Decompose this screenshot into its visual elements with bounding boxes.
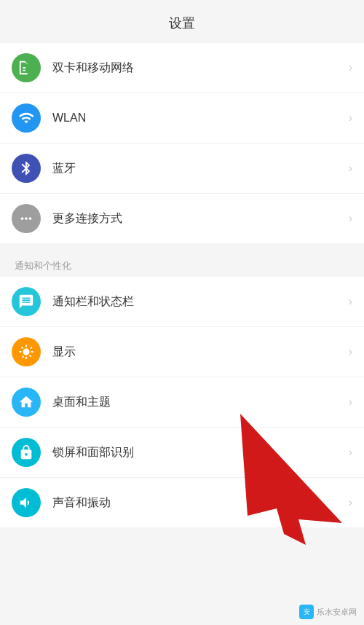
more-connections-label: 更多连接方式 bbox=[52, 211, 343, 227]
settings-item-desktop-theme[interactable]: 桌面和主题 › bbox=[0, 377, 364, 428]
settings-item-notification-bar[interactable]: 通知栏和状态栏 › bbox=[0, 277, 364, 327]
settings-item-wlan[interactable]: WLAN › bbox=[0, 93, 364, 144]
section-header-personalization: 通知和个性化 bbox=[0, 252, 364, 277]
desktop-theme-icon bbox=[12, 388, 41, 417]
chevron-icon: › bbox=[349, 396, 352, 409]
bluetooth-label: 蓝牙 bbox=[52, 161, 343, 176]
settings-item-dual-sim[interactable]: 双卡和移动网络 › bbox=[0, 43, 364, 93]
lock-face-icon bbox=[12, 438, 41, 467]
settings-item-lock-face[interactable]: 锁屏和面部识别 › bbox=[0, 428, 364, 478]
desktop-theme-label: 桌面和主题 bbox=[52, 395, 343, 410]
dual-sim-label: 双卡和移动网络 bbox=[52, 60, 343, 76]
chevron-icon: › bbox=[349, 212, 352, 225]
chevron-icon: › bbox=[349, 61, 352, 74]
settings-item-more-connections[interactable]: 更多连接方式 › bbox=[0, 194, 364, 243]
chevron-icon: › bbox=[349, 295, 352, 308]
notification-bar-icon bbox=[12, 287, 41, 316]
dual-sim-icon bbox=[12, 53, 41, 82]
sound-vibration-icon bbox=[12, 488, 41, 517]
settings-group-connectivity: 双卡和移动网络 › WLAN › 蓝牙 › 更多连接方式 › bbox=[0, 43, 364, 243]
display-icon bbox=[12, 337, 41, 366]
page-title: 设置 bbox=[0, 0, 364, 43]
settings-item-sound-vibration[interactable]: 声音和振动 › bbox=[0, 478, 364, 527]
bluetooth-icon bbox=[12, 154, 41, 183]
chevron-icon: › bbox=[349, 345, 352, 358]
settings-item-display[interactable]: 显示 › bbox=[0, 327, 364, 377]
watermark-icon: 安 bbox=[299, 605, 314, 619]
chevron-icon: › bbox=[349, 446, 352, 459]
more-connections-icon bbox=[12, 204, 41, 233]
settings-item-bluetooth[interactable]: 蓝牙 › bbox=[0, 144, 364, 194]
wlan-icon bbox=[12, 103, 41, 133]
chevron-icon: › bbox=[349, 162, 352, 175]
notification-bar-label: 通知栏和状态栏 bbox=[52, 294, 343, 310]
display-label: 显示 bbox=[52, 345, 343, 360]
chevron-icon: › bbox=[349, 111, 352, 125]
watermark-text: 乐水安卓网 bbox=[317, 607, 357, 618]
settings-group-personalization: 通知栏和状态栏 › 显示 › 桌面和主题 › 锁屏和面部识别 › bbox=[0, 277, 364, 527]
sound-vibration-label: 声音和振动 bbox=[52, 495, 343, 511]
chevron-icon: › bbox=[349, 496, 352, 509]
wlan-label: WLAN bbox=[52, 111, 343, 125]
watermark: 安 乐水安卓网 bbox=[299, 605, 357, 619]
lock-face-label: 锁屏和面部识别 bbox=[52, 445, 343, 460]
